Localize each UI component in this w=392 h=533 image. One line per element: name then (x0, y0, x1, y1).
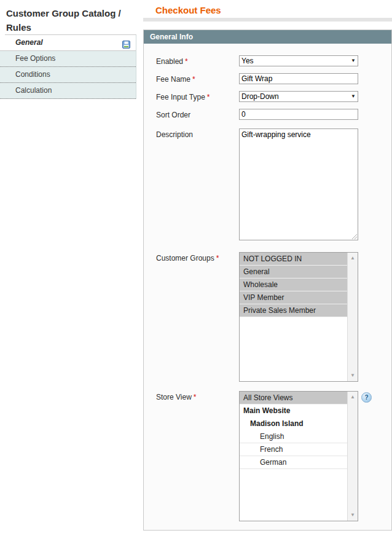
save-disk-icon (122, 39, 130, 47)
field-label: Description (156, 128, 239, 139)
optgroup-main-website: Main Website (240, 405, 347, 417)
heading-divider-bar (143, 18, 392, 22)
sidebar-tab-label: General (15, 38, 43, 47)
option-german[interactable]: German (240, 456, 347, 469)
listbox-scrollbar[interactable]: ▲ ▼ (347, 392, 358, 521)
form-row-sort-order: Sort Order (156, 109, 391, 120)
sidebar: Customer Group Catalog / Rules General F… (0, 0, 136, 99)
field-label: Store View* (156, 391, 239, 401)
field-label: Customer Groups* (156, 252, 239, 263)
listbox-scrollbar[interactable]: ▲ ▼ (347, 253, 358, 381)
required-mark: * (185, 57, 188, 66)
option-not-logged-in[interactable]: NOT LOGGED IN (240, 253, 347, 266)
page-heading: Checkout Fees (155, 5, 392, 15)
form-row-enabled: Enabled* Yes ▼ (156, 55, 391, 66)
option-all-store-views[interactable]: All Store Views (240, 392, 347, 405)
option-vip-member[interactable]: VIP Member (240, 291, 347, 304)
field-label: Fee Name* (156, 73, 239, 84)
dropdown-arrow-icon: ▼ (351, 94, 356, 99)
description-textarea[interactable]: Gift-wrapping service (239, 128, 358, 240)
required-mark: * (207, 93, 210, 101)
sidebar-tabs: General Fee Options Conditions Calculati… (0, 35, 136, 99)
option-english[interactable]: English (240, 430, 347, 443)
sidebar-tab-label: Fee Options (15, 54, 55, 63)
page: Customer Group Catalog / Rules General F… (0, 0, 392, 533)
sidebar-tab-general[interactable]: General (0, 35, 136, 51)
sidebar-tab-label: Calculation (15, 86, 52, 95)
scroll-up-icon[interactable]: ▲ (348, 254, 358, 263)
fee-name-input[interactable] (239, 73, 358, 84)
fieldset-legend: General Info (144, 30, 391, 44)
dropdown-arrow-icon: ▼ (351, 58, 356, 63)
help-icon[interactable]: ? (361, 392, 372, 403)
form-row-fee-name: Fee Name* (156, 73, 391, 84)
required-mark: * (216, 254, 219, 263)
required-mark: * (192, 75, 195, 84)
scroll-up-icon[interactable]: ▲ (348, 393, 358, 401)
scroll-down-icon[interactable]: ▼ (348, 511, 358, 519)
enabled-select-value: Yes (241, 57, 254, 65)
optgroup-madison-island: Madison Island (240, 417, 347, 430)
option-french[interactable]: French (240, 443, 347, 456)
sidebar-tab-fee-options[interactable]: Fee Options (0, 51, 136, 67)
main-content: Checkout Fees General Info Enabled* Yes … (143, 0, 392, 531)
sort-order-input[interactable] (239, 109, 358, 120)
field-label: Enabled* (156, 55, 239, 66)
form-row-fee-input-type: Fee Input Type* Drop-Down ▼ (156, 91, 391, 102)
required-mark: * (194, 393, 197, 401)
fee-input-type-select-value: Drop-Down (241, 92, 279, 101)
option-general[interactable]: General (240, 266, 347, 278)
field-label: Fee Input Type* (156, 91, 239, 101)
customer-groups-listbox[interactable]: NOT LOGGED IN General Wholesale VIP Memb… (239, 252, 358, 382)
store-view-listbox[interactable]: All Store Views Main Website Madison Isl… (239, 391, 358, 521)
field-label: Sort Order (156, 109, 239, 119)
sidebar-tab-label: Conditions (15, 70, 50, 79)
option-wholesale[interactable]: Wholesale (240, 278, 347, 291)
sidebar-tab-conditions[interactable]: Conditions (0, 67, 136, 83)
scroll-down-icon[interactable]: ▼ (348, 371, 358, 380)
form-row-store-view: Store View* All Store Views Main Website… (156, 391, 391, 521)
form-row-customer-groups: Customer Groups* NOT LOGGED IN General W… (156, 252, 391, 382)
sidebar-title: Customer Group Catalog / Rules (0, 0, 136, 34)
form-row-description: Description Gift-wrapping service (156, 128, 391, 240)
fieldset-body: Enabled* Yes ▼ Fee Name* (144, 44, 391, 530)
fee-input-type-select[interactable]: Drop-Down ▼ (239, 91, 358, 102)
option-private-sales-member[interactable]: Private Sales Member (240, 304, 347, 317)
general-info-fieldset: General Info Enabled* Yes ▼ (143, 30, 392, 531)
sidebar-tab-calculation[interactable]: Calculation (0, 83, 136, 99)
enabled-select[interactable]: Yes ▼ (239, 55, 358, 66)
